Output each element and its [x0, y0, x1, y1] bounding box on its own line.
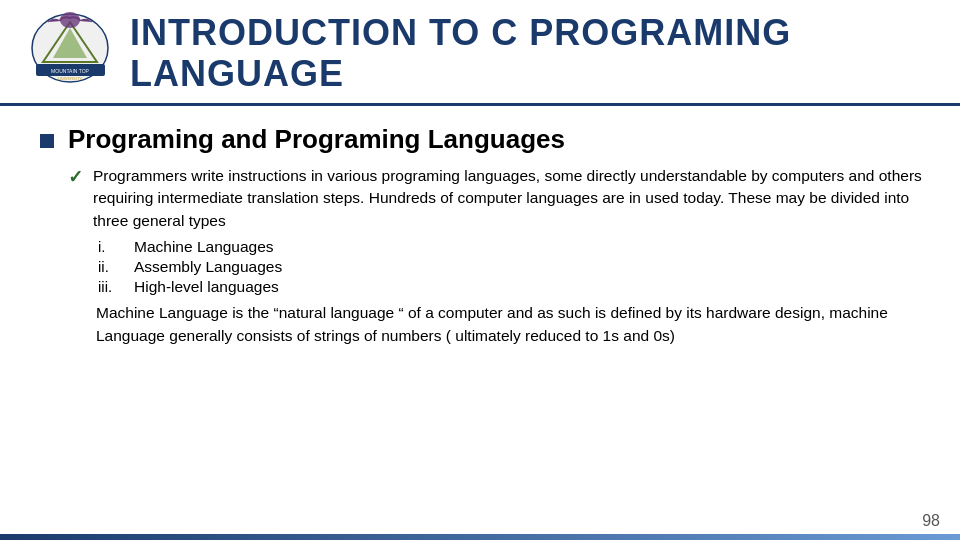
main-bullet-item: ✓ Programmers write instructions in vari… — [68, 165, 930, 232]
section-heading-text: Programing and Programing Languages — [68, 124, 565, 155]
svg-text:UNIVERSITY: UNIVERSITY — [57, 76, 81, 81]
sub-content: ✓ Programmers write instructions in vari… — [68, 165, 930, 347]
university-logo: MOUNTAIN TOP UNIVERSITY — [28, 10, 113, 85]
list-item: ii. Assembly Languages — [98, 258, 930, 276]
content-area: Programing and Programing Languages ✓ Pr… — [0, 116, 960, 355]
title-line1: INTRODUCTION TO C PROGRAMING — [130, 12, 791, 53]
title-area: INTRODUCTION TO C PROGRAMING LANGUAGE — [120, 10, 940, 95]
title-line2: LANGUAGE — [130, 53, 344, 94]
header: MOUNTAIN TOP UNIVERSITY INTRODUCTION TO … — [0, 0, 960, 106]
num-text-3: High-level languages — [134, 278, 279, 296]
num-text-2: Assembly Languages — [134, 258, 282, 276]
svg-point-3 — [60, 12, 80, 28]
checkmark-icon: ✓ — [68, 166, 83, 188]
bottom-bar — [0, 534, 960, 540]
svg-text:MOUNTAIN TOP: MOUNTAIN TOP — [51, 68, 89, 74]
bottom-paragraph: Machine Language is the “natural languag… — [96, 302, 930, 347]
bullet-square-icon — [40, 134, 54, 148]
page-number: 98 — [922, 512, 940, 530]
num-label-2: ii. — [98, 258, 126, 275]
section-heading: Programing and Programing Languages — [40, 124, 930, 155]
slide-title: INTRODUCTION TO C PROGRAMING LANGUAGE — [130, 12, 940, 95]
numbered-list: i. Machine Languages ii. Assembly Langua… — [98, 238, 930, 296]
num-label-3: iii. — [98, 278, 126, 295]
list-item: i. Machine Languages — [98, 238, 930, 256]
logo-area: MOUNTAIN TOP UNIVERSITY — [20, 10, 120, 85]
num-label-1: i. — [98, 238, 126, 255]
slide-container: MOUNTAIN TOP UNIVERSITY INTRODUCTION TO … — [0, 0, 960, 540]
num-text-1: Machine Languages — [134, 238, 274, 256]
list-item: iii. High-level languages — [98, 278, 930, 296]
main-bullet-text: Programmers write instructions in variou… — [93, 165, 930, 232]
